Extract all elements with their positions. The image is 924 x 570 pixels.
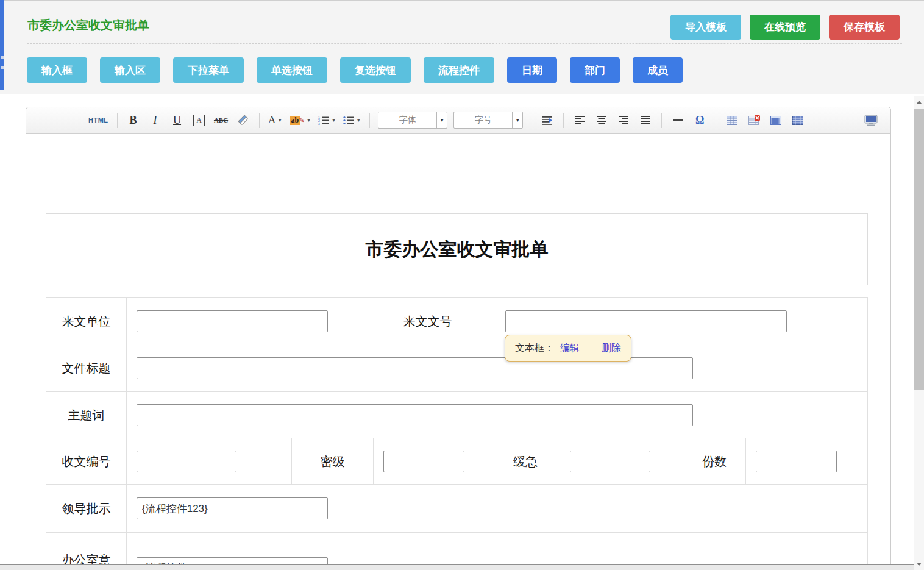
ordered-list-button[interactable]: 1 2 3 ▼ xyxy=(316,112,338,129)
label-keywords: 主题词 xyxy=(46,392,127,438)
add-dropdown-button[interactable]: 下拉菜单 xyxy=(173,57,244,83)
cell-urgency xyxy=(560,438,683,484)
omega-icon: Ω xyxy=(695,114,704,127)
add-date-button[interactable]: 日期 xyxy=(507,57,557,83)
strip-handle-icon xyxy=(1,56,4,59)
input-keywords[interactable] xyxy=(137,404,693,426)
editor-content[interactable]: 市委办公室收文审批单 来文单位 来文文号 文件标题 xyxy=(26,134,890,564)
scrollbar-thumb[interactable] xyxy=(914,109,924,390)
triangle-up-icon xyxy=(917,101,922,104)
html-source-button[interactable]: HTML xyxy=(86,112,111,129)
label-office-opinion: 办公室意见 xyxy=(46,533,127,564)
cell-document-title xyxy=(127,344,867,391)
strikethrough-button[interactable]: ABC xyxy=(211,112,231,129)
add-flow-control-button[interactable]: 流程控件 xyxy=(424,57,494,83)
table-row: 主题词 xyxy=(46,392,867,438)
field-control-toolbar: 输入框 输入区 下拉菜单 单选按钮 复选按钮 流程控件 日期 部门 成员 xyxy=(27,57,683,83)
editor-toolbar: HTML B I U A ABC A▼ ab✎▼ 1 2 xyxy=(26,107,890,134)
highlight-color-button[interactable]: ab✎▼ xyxy=(288,112,314,129)
font-color-button[interactable]: A▼ xyxy=(266,112,285,129)
vertical-scrollbar[interactable] xyxy=(914,96,924,570)
underline-button[interactable]: U xyxy=(168,112,187,129)
insert-table-button[interactable] xyxy=(722,112,742,129)
fullscreen-button[interactable] xyxy=(861,112,881,129)
cell-secrecy-level xyxy=(374,438,491,484)
align-right-button[interactable] xyxy=(614,112,633,129)
bold-button[interactable]: B xyxy=(124,112,143,129)
cell-copies xyxy=(746,438,867,484)
delete-table-button[interactable] xyxy=(744,112,764,129)
font-color-icon: A xyxy=(268,114,275,126)
chevron-down-icon[interactable]: ▼ xyxy=(512,112,522,128)
collapsed-sidebar-strip[interactable] xyxy=(0,0,4,90)
font-family-value: 字体 xyxy=(378,112,436,128)
chevron-down-icon[interactable]: ▼ xyxy=(436,112,447,128)
text-style-button[interactable]: A xyxy=(190,112,209,129)
toolbar-separator xyxy=(661,113,662,128)
add-input-box-button[interactable]: 输入框 xyxy=(27,57,87,83)
import-template-button[interactable]: 导入模板 xyxy=(670,15,741,40)
input-secrecy-level[interactable] xyxy=(383,451,464,472)
input-urgency[interactable] xyxy=(570,451,650,472)
input-source-unit[interactable] xyxy=(137,310,328,332)
edit-field-link[interactable]: 编辑 xyxy=(560,342,580,355)
input-office-opinion[interactable] xyxy=(137,557,328,565)
scroll-up-arrow[interactable] xyxy=(914,97,924,107)
indent-button[interactable] xyxy=(538,112,557,129)
delete-field-link[interactable]: 删除 xyxy=(602,342,621,355)
add-radio-button[interactable]: 单选按钮 xyxy=(257,57,327,83)
boxed-a-icon: A xyxy=(193,115,205,126)
toolbar-separator xyxy=(369,113,370,128)
add-checkbox-button[interactable]: 复选按钮 xyxy=(340,57,411,83)
header: 市委办公室收文审批单 导入模板 在线预览 保存模板 输入框 输入区 下拉菜单 单… xyxy=(0,1,924,94)
italic-icon: I xyxy=(154,114,157,127)
table-row: 办公室意见 xyxy=(46,533,867,564)
online-preview-button[interactable]: 在线预览 xyxy=(750,15,820,40)
form-table: 来文单位 来文文号 文件标题 xyxy=(46,297,868,564)
horizontal-rule-button[interactable] xyxy=(668,112,688,129)
chevron-down-icon: ▼ xyxy=(277,118,282,123)
font-family-select[interactable]: 字体 ▼ xyxy=(378,112,447,129)
table-properties-icon xyxy=(792,116,803,125)
pencil-icon: ✎ xyxy=(299,116,304,124)
triangle-down-icon xyxy=(917,563,922,566)
align-center-button[interactable] xyxy=(592,112,611,129)
font-size-select[interactable]: 字号 ▼ xyxy=(453,112,523,129)
add-member-button[interactable]: 成员 xyxy=(633,57,683,83)
label-copies: 份数 xyxy=(683,438,746,484)
remove-format-button[interactable] xyxy=(233,112,253,129)
input-leader-comments[interactable] xyxy=(137,497,328,519)
add-department-button[interactable]: 部门 xyxy=(570,57,620,83)
input-document-number[interactable] xyxy=(505,310,787,332)
chevron-down-icon: ▼ xyxy=(306,118,311,123)
cell-source-unit xyxy=(127,298,364,344)
align-left-icon xyxy=(575,116,585,124)
horizontal-scrollbar[interactable] xyxy=(0,564,914,570)
cell-leader-comments xyxy=(127,485,867,532)
label-source-unit: 来文单位 xyxy=(46,298,127,344)
table-properties-button[interactable] xyxy=(788,112,808,129)
ordered-list-icon: 1 2 3 xyxy=(318,116,329,125)
toolbar-separator xyxy=(259,113,260,128)
label-receipt-number: 收文编号 xyxy=(46,438,127,484)
save-template-button[interactable]: 保存模板 xyxy=(829,15,900,40)
merge-cells-icon xyxy=(770,116,781,125)
label-leader-comments: 领导批示 xyxy=(46,485,127,532)
eraser-icon xyxy=(237,114,249,126)
special-char-button[interactable]: Ω xyxy=(690,112,709,129)
align-justify-button[interactable] xyxy=(636,112,655,129)
input-copies[interactable] xyxy=(756,451,837,472)
add-textarea-button[interactable]: 输入区 xyxy=(100,57,160,83)
unordered-list-button[interactable]: ▼ xyxy=(341,112,363,129)
table-row: 领导批示 xyxy=(46,485,867,533)
merge-cells-button[interactable] xyxy=(766,112,786,129)
dashed-divider xyxy=(27,43,902,44)
align-left-button[interactable] xyxy=(570,112,589,129)
input-receipt-number[interactable] xyxy=(137,451,236,472)
label-document-number: 来文文号 xyxy=(364,298,491,344)
italic-button[interactable]: I xyxy=(146,112,165,129)
cell-receipt-number xyxy=(127,438,292,484)
bold-icon: B xyxy=(130,114,137,127)
indent-icon xyxy=(542,116,553,125)
scroll-down-arrow[interactable] xyxy=(914,559,924,569)
